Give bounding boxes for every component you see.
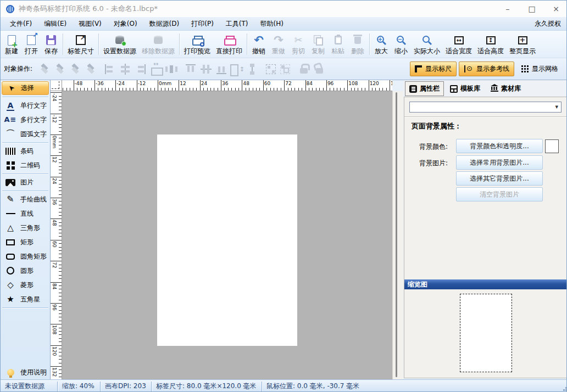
label-page[interactable] <box>157 135 297 346</box>
magnifier-badge-icon <box>200 42 204 47</box>
tool-star[interactable]: 五角星 <box>1 292 50 306</box>
distribute-horizontal-button[interactable] <box>164 62 179 76</box>
menu-edit[interactable]: 编辑(E) <box>38 18 73 30</box>
tool-line[interactable]: 直线 <box>1 206 50 221</box>
menu-object[interactable]: 对象(O) <box>108 18 143 30</box>
align-middle-button[interactable] <box>199 62 213 76</box>
resize-grip-icon[interactable] <box>563 389 565 391</box>
thumbnail-header: 缩览图 <box>404 279 566 289</box>
show-ruler-toggle[interactable]: 显示标尺 <box>410 61 457 76</box>
canvas-area[interactable] <box>62 91 392 379</box>
tool-diamond[interactable]: 菱形 <box>1 278 50 292</box>
remove-datasource-button[interactable]: 移除数据源 <box>139 32 177 57</box>
vertical-scrollbar[interactable] <box>392 91 403 379</box>
same-width-button[interactable] <box>149 62 163 76</box>
tab-properties[interactable]: 属性栏 <box>405 81 444 96</box>
menu-datasource[interactable]: 数据源(D) <box>143 18 186 30</box>
horizontal-ruler: -48-36-24-120mm1224364860728496108120132 <box>62 80 392 91</box>
print-preview-button[interactable]: 打印预览 <box>181 32 213 57</box>
zoom-in-button[interactable]: 放大 <box>371 32 391 57</box>
tab-material-library[interactable]: 素材库 <box>486 81 525 96</box>
bg-image-label: 背景图片: <box>419 159 448 168</box>
align-top-button[interactable] <box>184 62 198 76</box>
tool-freehand-curve[interactable]: 手绘曲线 <box>1 192 50 206</box>
actual-size-button[interactable]: 实际大小 <box>411 32 443 57</box>
open-icon <box>27 35 36 45</box>
object-selector-dropdown[interactable] <box>409 102 562 113</box>
full-page-button[interactable]: 整页显示 <box>507 32 538 57</box>
barcode-icon <box>5 148 15 155</box>
tool-barcode[interactable]: 条码 <box>1 144 50 158</box>
main-area: 选择 单行文字 多行文字 圆弧文字 条码 二维码 图片 手绘曲线 直线 三角形 … <box>1 80 566 379</box>
tool-circle[interactable]: 圆形 <box>1 264 50 278</box>
ungroup-button[interactable] <box>280 64 290 74</box>
tab-template-library[interactable]: 模板库 <box>446 81 485 96</box>
green-play-badge-icon <box>121 41 126 46</box>
zoom-out-button[interactable]: 缩小 <box>391 32 411 57</box>
copy-button[interactable]: 复制 <box>308 32 328 57</box>
bg-color-button[interactable]: 背景颜色和透明度... <box>456 139 543 153</box>
tool-multi-line-text[interactable]: 多行文字 <box>1 113 50 127</box>
grid-icon <box>521 65 529 72</box>
bring-to-front-button[interactable] <box>37 62 52 76</box>
menu-view[interactable]: 视图(V) <box>73 18 108 30</box>
align-right-button[interactable] <box>134 62 148 76</box>
menu-print[interactable]: 打印(P) <box>185 18 220 30</box>
same-height-button[interactable] <box>230 62 244 76</box>
toolbar-separator <box>247 33 247 55</box>
send-to-back-button[interactable] <box>84 62 98 76</box>
unlock-button[interactable] <box>312 62 326 76</box>
circle-icon <box>7 267 14 275</box>
label-size-button[interactable]: 标签尺寸 <box>65 32 97 57</box>
maximize-button[interactable]: □ <box>527 4 537 13</box>
tool-rounded-rectangle[interactable]: 圆角矩形 <box>1 249 50 264</box>
tool-image[interactable]: 图片 <box>1 175 50 189</box>
fit-height-button[interactable]: 适合高度 <box>475 32 507 57</box>
direct-print-button[interactable]: 直接打印 <box>213 32 245 57</box>
align-bottom-button[interactable] <box>214 62 229 76</box>
properties-panel: 页面背景属性： 背景颜色: 背景颜色和透明度... 背景图片: 选择常用背景图片… <box>404 97 567 378</box>
show-grid-toggle[interactable]: 显示网格 <box>516 61 563 76</box>
menu-tools[interactable]: 工具(T) <box>220 18 254 30</box>
fit-width-button[interactable]: 适合宽度 <box>443 32 475 57</box>
align-left-button[interactable] <box>103 62 117 76</box>
copy-icon <box>316 37 323 46</box>
menu-help[interactable]: 帮助(H) <box>254 18 290 30</box>
group-button[interactable] <box>266 64 276 74</box>
scrollbar-thumb[interactable] <box>396 92 397 377</box>
distribute-vertical-button[interactable] <box>245 62 259 76</box>
tool-triangle[interactable]: 三角形 <box>1 221 50 235</box>
toolbar-separator <box>179 33 180 55</box>
tool-single-line-text[interactable]: 单行文字 <box>1 98 50 113</box>
set-datasource-button[interactable]: 设置数据源 <box>101 32 139 57</box>
clear-bg-image-button[interactable]: 清空背景图片 <box>456 187 543 201</box>
redo-button[interactable]: 重做 <box>269 32 288 57</box>
move-layer-up-button[interactable] <box>53 62 67 76</box>
zoom-out-icon <box>397 36 404 43</box>
cut-button[interactable]: 剪切 <box>288 32 308 57</box>
tool-arc-text[interactable]: 圆弧文字 <box>1 127 50 141</box>
move-layer-down-button[interactable] <box>68 62 82 76</box>
delete-button[interactable]: 删除 <box>348 32 368 57</box>
app-window: 神奇条码标签打印系统 6.0 - 未命名1.lbcp* – □ × 文件(F) … <box>0 0 567 392</box>
new-button[interactable]: 新建 <box>2 32 21 57</box>
lock-button[interactable] <box>297 62 311 76</box>
undo-button[interactable]: 撤销 <box>249 32 269 57</box>
show-guides-toggle[interactable]: 显示参考线 <box>459 61 514 76</box>
tool-select[interactable]: 选择 <box>2 81 49 95</box>
app-icon <box>6 5 14 13</box>
tool-rectangle[interactable]: 矩形 <box>1 235 50 249</box>
bg-image-other-button[interactable]: 选择其它背景图片... <box>456 171 543 186</box>
paste-button[interactable]: 粘贴 <box>328 32 348 57</box>
save-button[interactable]: 保存 <box>41 32 61 57</box>
close-button[interactable]: × <box>551 4 561 13</box>
help-button[interactable]: 使用说明 <box>1 365 50 379</box>
minimize-button[interactable]: – <box>503 4 513 13</box>
bg-image-common-button[interactable]: 选择常用背景图片... <box>456 155 543 170</box>
menu-file[interactable]: 文件(F) <box>4 18 38 30</box>
sidebar-separator <box>2 191 48 191</box>
align-center-button[interactable] <box>118 62 132 76</box>
open-button[interactable]: 打开 <box>21 32 41 57</box>
image-icon <box>5 179 15 186</box>
tool-qrcode[interactable]: 二维码 <box>1 158 50 172</box>
